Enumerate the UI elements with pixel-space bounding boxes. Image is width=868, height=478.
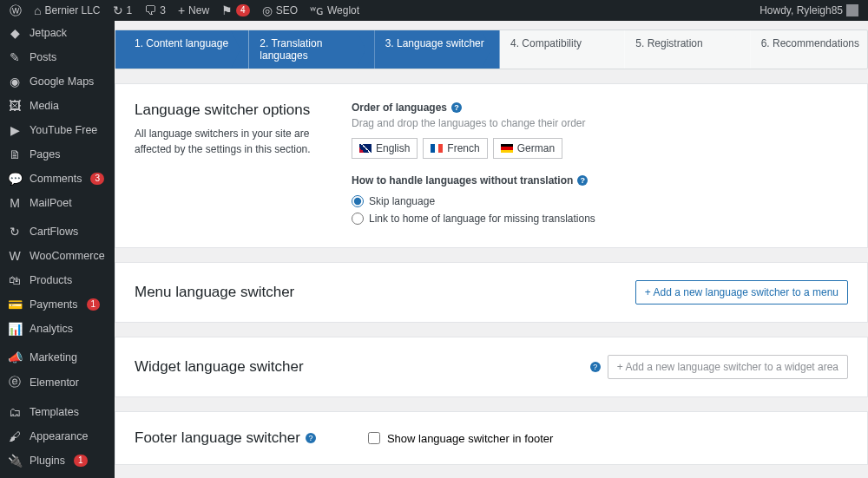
menu-switcher-title: Menu language switcher	[135, 284, 294, 301]
main-content: 1. Content language2. Translation langua…	[115, 21, 868, 478]
comments-link[interactable]: 🗨3	[138, 0, 172, 21]
sidebar-item-cartflows[interactable]: ↻CartFlows	[0, 219, 115, 244]
options-title: Language switcher options	[135, 101, 326, 119]
widget-switcher-card: Widget language switcher ? + Add a new l…	[115, 337, 868, 397]
woocommerce-icon: W	[7, 249, 23, 263]
notifications-link[interactable]: ⚑4	[215, 0, 256, 21]
sidebar-item-mailpoet[interactable]: MMailPoet	[0, 191, 115, 215]
add-menu-switcher-button[interactable]: + Add a new language switcher to a menu	[635, 280, 848, 304]
sidebar-item-templates[interactable]: 🗂Templates	[0, 400, 115, 424]
step-1[interactable]: 1. Content language	[115, 30, 240, 69]
step-2[interactable]: 2. Translation languages	[240, 30, 365, 69]
sidebar-item-marketing[interactable]: 📣Marketing	[0, 345, 115, 370]
seo-link[interactable]: ◎SEO	[256, 0, 304, 21]
admin-bar: ⓦ ⌂Bernier LLC ↻1 🗨3 +New ⚑4 ◎SEO ʷɢWegl…	[0, 0, 868, 21]
step-6[interactable]: 6. Recommendations	[742, 30, 867, 69]
sidebar-item-media[interactable]: 🖾Media	[0, 94, 115, 118]
help-icon[interactable]: ?	[590, 362, 601, 372]
pages-icon: 🗎	[7, 147, 23, 161]
sidebar-item-label: Google Maps	[30, 75, 94, 88]
notification-count: 4	[236, 4, 250, 16]
sidebar-item-elementor[interactable]: ⓔElementor	[0, 370, 115, 396]
options-desc: All language switchers in your site are …	[135, 126, 317, 157]
step-5[interactable]: 5. Registration	[616, 30, 741, 69]
sidebar-badge: 3	[90, 173, 104, 185]
greeting-text: Howdy, Ryleigh85	[760, 4, 843, 16]
refresh-icon: ↻	[113, 4, 123, 16]
help-icon[interactable]: ?	[306, 433, 316, 443]
radio-skip-label: Skip language	[369, 195, 435, 207]
sidebar-item-label: Media	[30, 100, 59, 112]
wp-logo[interactable]: ⓦ	[3, 0, 28, 21]
plugins-icon: 🔌	[7, 454, 23, 468]
products-icon: 🛍	[7, 273, 23, 287]
language-chip-german[interactable]: German	[493, 138, 562, 159]
sidebar-item-posts[interactable]: ✎Posts	[0, 45, 115, 69]
language-chip-english[interactable]: English	[352, 138, 418, 159]
footer-switcher-title: Footer language switcher ?	[135, 429, 316, 447]
jetpack-icon: ◆	[7, 26, 23, 40]
sidebar-item-users[interactable]: 👤Users	[0, 473, 115, 478]
sidebar-item-products[interactable]: 🛍Products	[0, 268, 115, 292]
sidebar-item-label: Marketing	[30, 351, 77, 363]
radio-skip-language[interactable]: Skip language	[352, 195, 848, 207]
weglot-icon: ʷɢ	[310, 4, 324, 16]
youtube-free-icon: ▶	[7, 123, 23, 137]
radio-link-home-input[interactable]	[352, 213, 364, 225]
elementor-icon: ⓔ	[7, 375, 23, 390]
footer-switcher-checkbox-row[interactable]: Show language switcher in footer	[368, 432, 554, 445]
payments-icon: 💳	[7, 298, 23, 311]
mailpoet-icon: M	[7, 196, 23, 210]
sidebar-item-payments[interactable]: 💳Payments1	[0, 292, 115, 317]
missing-translation-label: How to handle languages without translat…	[352, 174, 588, 187]
sidebar-item-jetpack[interactable]: ◆Jetpack	[0, 21, 115, 45]
language-chip-label: German	[517, 142, 555, 154]
sidebar-item-analytics[interactable]: 📊Analytics	[0, 317, 115, 341]
comments-icon: 💬	[7, 172, 23, 186]
account-menu[interactable]: Howdy, Ryleigh85	[753, 0, 865, 21]
footer-switcher-checkbox-label: Show language switcher in footer	[387, 432, 554, 445]
marketing-icon: 📣	[7, 350, 23, 364]
weglot-link[interactable]: ʷɢWeglot	[304, 0, 365, 21]
sidebar-badge: 1	[87, 298, 101, 311]
sidebar-item-comments[interactable]: 💬Comments3	[0, 167, 115, 191]
sidebar-item-woocommerce[interactable]: WWooCommerce	[0, 244, 115, 268]
english-flag-icon	[359, 144, 372, 153]
step-3[interactable]: 3. Language switcher	[366, 30, 491, 69]
plus-icon: +	[178, 4, 185, 16]
setup-stepper: 1. Content language2. Translation langua…	[115, 29, 868, 69]
sidebar-item-label: MailPoet	[30, 197, 72, 209]
help-icon[interactable]: ?	[577, 175, 588, 186]
sidebar-item-label: Plugins	[30, 455, 65, 467]
sidebar-item-appearance[interactable]: 🖌Appearance	[0, 424, 115, 449]
sidebar-item-label: WooCommerce	[30, 250, 105, 262]
sidebar-badge: 1	[74, 455, 88, 467]
radio-link-home[interactable]: Link to home of language for missing tra…	[352, 213, 848, 225]
templates-icon: 🗂	[7, 405, 23, 419]
add-widget-switcher-button[interactable]: + Add a new language switcher to a widge…	[608, 355, 848, 379]
language-chip-french[interactable]: French	[423, 138, 487, 159]
sidebar-item-pages[interactable]: 🗎Pages	[0, 142, 115, 167]
sidebar-item-plugins[interactable]: 🔌Plugins1	[0, 449, 115, 473]
sidebar-item-youtube-free[interactable]: ▶YouTube Free	[0, 118, 115, 142]
step-4[interactable]: 4. Compatibility	[491, 30, 616, 69]
weglot-label: Weglot	[327, 4, 359, 16]
sidebar-item-label: Jetpack	[30, 27, 67, 39]
site-name-link[interactable]: ⌂Bernier LLC	[28, 0, 107, 21]
menu-switcher-card: Menu language switcher + Add a new langu…	[115, 262, 868, 323]
sidebar-item-label: Products	[30, 274, 72, 286]
sidebar-item-label: Posts	[30, 51, 56, 63]
footer-switcher-checkbox[interactable]	[368, 432, 380, 444]
language-order-list: EnglishFrenchGerman	[352, 138, 848, 159]
sidebar-item-label: Elementor	[30, 377, 79, 389]
comment-icon: 🗨	[144, 4, 156, 16]
new-content[interactable]: +New	[172, 0, 215, 21]
order-hint: Drag and drop the languages to change th…	[352, 117, 848, 129]
french-flag-icon	[431, 144, 443, 153]
sidebar-item-google-maps[interactable]: ◉Google Maps	[0, 69, 115, 94]
sidebar-item-label: Analytics	[30, 323, 73, 335]
radio-skip-input[interactable]	[352, 195, 364, 207]
wordpress-icon: ⓦ	[10, 4, 22, 16]
help-icon[interactable]: ?	[451, 102, 462, 113]
updates-link[interactable]: ↻1	[107, 0, 139, 21]
